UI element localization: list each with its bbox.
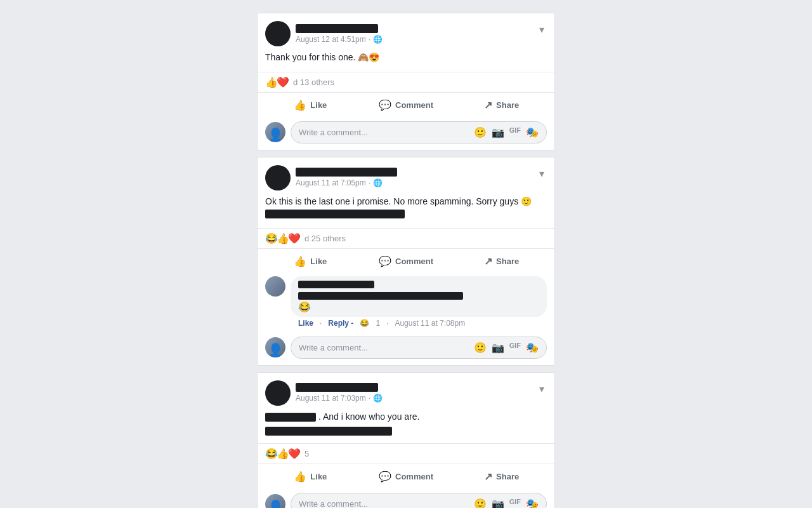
like-icon-2: 👍 — [294, 255, 306, 267]
share-icon-1: ↗ — [484, 99, 492, 111]
comment-btn-2[interactable]: 💬 Comment — [358, 250, 454, 272]
post-header-1: August 12 at 4:51pm · 🌐 ▾ — [258, 13, 554, 46]
post-timestamp-3: August 11 at 7:03pm · 🌐 — [296, 394, 383, 403]
comment-input-icons-2: 🙂 📷 GIF 🎭 — [474, 342, 539, 354]
globe-icon-sym-3: 🌐 — [373, 394, 383, 403]
reaction-emojis-2: 😂 👍 ❤️ — [265, 232, 299, 244]
post-content-1: Thank you for this one. 🙈😍 — [258, 46, 554, 72]
meta-sep-2: · — [386, 319, 388, 328]
love-emoji-2: ❤️ — [288, 232, 301, 244]
post-content-redacted-2 — [265, 210, 405, 218]
comment-emoji-1: 😂 — [298, 301, 311, 313]
share-icon-3: ↗ — [484, 471, 492, 483]
gif-icon-1: GIF — [509, 126, 521, 138]
comment-input-placeholder-2: Write a comment... — [299, 343, 368, 352]
reactions-text-2: d 25 others — [304, 234, 346, 243]
comment-btn-3[interactable]: 💬 Comment — [358, 465, 454, 488]
gif-icon-3: GIF — [509, 498, 521, 508]
post-card-1: August 12 at 4:51pm · 🌐 ▾ Thank you for … — [257, 13, 555, 150]
emoji-icon-3: 🙂 — [474, 498, 487, 508]
share-btn-1[interactable]: ↗ Share — [454, 94, 549, 116]
share-btn-2[interactable]: ↗ Share — [454, 250, 549, 272]
post-meta-3: August 11 at 7:03pm · 🌐 — [296, 383, 383, 403]
like-btn-2[interactable]: 👍 Like — [263, 250, 358, 272]
comment-bubble-1: 😂 — [291, 276, 547, 317]
camera-icon-1: 📷 — [492, 126, 504, 138]
emoji-icon-1: 🙂 — [474, 126, 487, 138]
camera-icon-2: 📷 — [492, 342, 504, 354]
post-actions-bar-3: 👍 Like 💬 Comment ↗ Share — [258, 464, 554, 489]
comment-avatar-sm-img-1 — [265, 276, 285, 297]
comment-input-row-2: 👤 Write a comment... 🙂 📷 GIF 🎭 — [258, 333, 554, 365]
comment-input-icons-3: 🙂 📷 GIF 🎭 — [474, 498, 539, 508]
post-meta-1: August 12 at 4:51pm · 🌐 — [296, 24, 383, 44]
post-content-redacted-3a — [265, 413, 316, 422]
comment-input-row-1: 👤 Write a comment... 🙂 📷 GIF 🎭 — [258, 117, 554, 150]
comment-content-1: 😂 Like · Reply - 😂 1 · August 11 at 7:08… — [291, 276, 547, 328]
reactions-row-2: 😂 👍 ❤️ d 25 others — [258, 228, 554, 248]
like-btn-1[interactable]: 👍 Like — [263, 94, 358, 116]
comment-time-1: August 11 at 7:08pm — [395, 319, 465, 328]
comment-avatar-img-3: 👤 — [265, 494, 285, 508]
sep-2: · — [369, 178, 370, 187]
reactions-text-3: 5 — [304, 449, 309, 458]
comment-btn-1[interactable]: 💬 Comment — [358, 94, 454, 116]
love-emoji-1: ❤️ — [277, 76, 289, 88]
meta-sep-1: · — [320, 319, 322, 328]
comment-input-row-3: 👤 Write a comment... 🙂 📷 GIF 🎭 — [258, 489, 554, 508]
reply-label-1[interactable]: Reply - — [328, 319, 353, 328]
comment-like-link-1[interactable]: Like — [298, 319, 313, 328]
comment-meta-row-1: Like · Reply - 😂 1 · August 11 at 7:08pm — [291, 317, 547, 328]
reaction-sm-1: 😂 — [360, 319, 369, 328]
haha-emoji-2: 😂 — [265, 232, 278, 244]
reaction-emojis-1: 👍 ❤️ — [265, 76, 288, 88]
comment-avatar-img-2: 👤 — [265, 337, 285, 358]
comment-item-1: 😂 Like · Reply - 😂 1 · August 11 at 7:08… — [265, 276, 547, 328]
comments-section-2: 😂 Like · Reply - 😂 1 · August 11 at 7:08… — [258, 274, 554, 328]
post-header-left-1: August 12 at 4:51pm · 🌐 — [265, 21, 383, 46]
post-name-redacted-1 — [296, 24, 378, 33]
comment-input-box-1[interactable]: Write a comment... 🙂 📷 GIF 🎭 — [291, 121, 547, 144]
comment-avatar-1: 👤 — [265, 122, 285, 142]
comment-input-box-3[interactable]: Write a comment... 🙂 📷 GIF 🎭 — [291, 493, 547, 508]
post-content-redacted-3b — [265, 427, 392, 436]
chevron-btn-2[interactable]: ▾ — [537, 165, 547, 182]
comment-input-box-2[interactable]: Write a comment... 🙂 📷 GIF 🎭 — [291, 337, 547, 359]
post-header-2: August 11 at 7:05pm · 🌐 ▾ — [258, 157, 554, 190]
comment-avatar-img-1: 👤 — [265, 122, 285, 142]
emoji-icon-2: 🙂 — [474, 342, 487, 354]
chevron-btn-1[interactable]: ▾ — [537, 21, 547, 38]
sep-3: · — [369, 394, 370, 403]
sticker-icon-2: 🎭 — [526, 342, 539, 354]
gif-icon-2: GIF — [509, 342, 521, 354]
comment-icon-2: 💬 — [379, 255, 391, 267]
reaction-count-1: 1 — [376, 319, 380, 328]
comment-icon-3: 💬 — [379, 471, 391, 483]
comment-input-icons-1: 🙂 📷 GIF 🎭 — [474, 126, 539, 138]
share-icon-2: ↗ — [484, 255, 492, 267]
post-card-2: August 11 at 7:05pm · 🌐 ▾ Ok this is the… — [257, 157, 555, 366]
haha-emoji-3: 😂 — [265, 448, 278, 460]
comment-input-placeholder-3: Write a comment... — [299, 499, 368, 508]
post-header-3: August 11 at 7:03pm · 🌐 ▾ — [258, 373, 554, 406]
post-timestamp-2: August 11 at 7:05pm · 🌐 — [296, 178, 397, 187]
post-actions-bar-1: 👍 Like 💬 Comment ↗ Share — [258, 92, 554, 117]
avatar-3 — [265, 380, 291, 406]
comment-avatar-3: 👤 — [265, 494, 285, 508]
post-meta-2: August 11 at 7:05pm · 🌐 — [296, 168, 397, 187]
like-btn-3[interactable]: 👍 Like — [263, 465, 358, 488]
reaction-emojis-3: 😂 👍 ❤️ — [265, 448, 299, 460]
sticker-icon-1: 🎭 — [526, 126, 539, 138]
globe-icon-1: · — [369, 35, 370, 44]
like-icon-1: 👍 — [294, 99, 306, 111]
comment-avatar-sm-1 — [265, 276, 285, 297]
post-name-redacted-3 — [296, 383, 378, 392]
comment-avatar-2: 👤 — [265, 337, 285, 358]
chevron-btn-3[interactable]: ▾ — [537, 380, 547, 398]
share-btn-3[interactable]: ↗ Share — [454, 465, 549, 488]
post-name-redacted-2 — [296, 168, 397, 177]
avatar-2 — [265, 165, 291, 190]
post-actions-bar-2: 👍 Like 💬 Comment ↗ Share — [258, 248, 554, 274]
post-content-3: . And i know who you are. — [258, 406, 554, 443]
camera-icon-3: 📷 — [492, 498, 504, 508]
